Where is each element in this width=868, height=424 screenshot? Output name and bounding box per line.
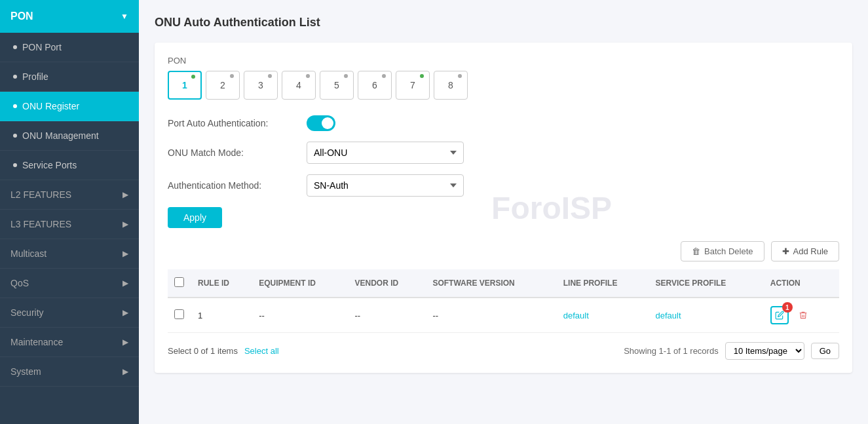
onu-match-mode-label: ONU Match Mode: xyxy=(168,147,299,158)
edit-button[interactable]: 1 xyxy=(770,306,789,324)
add-rule-label: Add Rule xyxy=(793,246,828,256)
status-dot-green xyxy=(191,75,195,79)
apply-button[interactable]: Apply xyxy=(168,207,222,228)
add-rule-button[interactable]: ✚ Add Rule xyxy=(771,241,839,261)
sidebar-item-profile[interactable]: Profile xyxy=(0,62,139,92)
status-dot-gray xyxy=(268,74,272,78)
chevron-right-icon: ▶ xyxy=(123,190,128,199)
sidebar-section-multicast[interactable]: Multicast ▶ xyxy=(0,239,139,269)
pon-tab-1[interactable]: 1 xyxy=(168,71,202,100)
pon-tabs: 1 2 3 4 5 6 7 xyxy=(168,71,839,100)
sidebar-header[interactable]: PON ▼ xyxy=(0,0,139,33)
chevron-right-icon: ▶ xyxy=(123,249,128,258)
delete-button[interactable] xyxy=(794,306,812,324)
sidebar-item-pon-port[interactable]: PON Port xyxy=(0,33,139,62)
pon-tab-num: 2 xyxy=(220,80,225,90)
sidebar-section-label: L2 FEATURES xyxy=(10,189,71,200)
dot-icon xyxy=(13,75,17,79)
col-service-profile: SERVICE PROFILE xyxy=(649,269,764,298)
sidebar-section-security[interactable]: Security ▶ xyxy=(0,298,139,328)
row-checkbox-cell xyxy=(168,298,191,333)
toggle-slider xyxy=(307,115,335,131)
col-software-version: SOFTWARE VERSION xyxy=(426,269,556,298)
status-dot-gray xyxy=(344,74,348,78)
pon-label: PON xyxy=(168,56,839,66)
pon-tab-num: 4 xyxy=(296,80,301,90)
chevron-down-icon: ▼ xyxy=(121,12,128,21)
col-rule-id: RULE ID xyxy=(191,269,252,298)
pon-tab-7[interactable]: 7 xyxy=(396,71,430,100)
sidebar-header-label: PON xyxy=(10,10,33,22)
chevron-right-icon: ▶ xyxy=(123,220,128,229)
auth-method-label: Authentication Method: xyxy=(168,180,299,191)
trash-icon xyxy=(799,311,808,320)
select-all-link[interactable]: Select all xyxy=(244,346,279,356)
sidebar-section-system[interactable]: System ▶ xyxy=(0,357,139,387)
port-auto-auth-row: Port Auto Authentication: xyxy=(168,115,839,131)
onu-match-mode-select[interactable]: All-ONU Manual xyxy=(307,142,464,164)
col-equipment-id: EQUIPMENT ID xyxy=(252,269,348,298)
pon-tab-3[interactable]: 3 xyxy=(244,71,278,100)
pon-tab-num: 5 xyxy=(334,80,339,90)
pon-tab-5[interactable]: 5 xyxy=(320,71,354,100)
sidebar-section-qos[interactable]: QoS ▶ xyxy=(0,269,139,298)
sidebar-item-label: ONU Register xyxy=(22,101,79,111)
sidebar-section-l2[interactable]: L2 FEATURES ▶ xyxy=(0,180,139,210)
col-line-profile: LINE PROFILE xyxy=(557,269,649,298)
sidebar-section-maintenance[interactable]: Maintenance ▶ xyxy=(0,328,139,357)
cell-service-profile: default xyxy=(649,298,764,333)
table-actions: 🗑 Batch Delete ✚ Add Rule xyxy=(168,241,839,261)
port-auto-auth-label: Port Auto Authentication: xyxy=(168,118,299,128)
items-per-page-select[interactable]: 10 Items/page 20 Items/page 50 Items/pag… xyxy=(725,342,804,360)
sidebar-section-l3[interactable]: L3 FEATURES ▶ xyxy=(0,210,139,239)
sidebar-section-label: QoS xyxy=(10,278,29,288)
go-button[interactable]: Go xyxy=(811,343,839,359)
onu-match-mode-row: ONU Match Mode: All-ONU Manual xyxy=(168,142,839,164)
sidebar-section-label: Maintenance xyxy=(10,337,63,347)
table-row: 1 -- -- -- default default xyxy=(168,298,839,333)
table-header: RULE ID EQUIPMENT ID VENDOR ID SOFTWARE … xyxy=(168,269,839,298)
records-info: Showing 1-1 of 1 records xyxy=(624,346,719,356)
cell-vendor-id: -- xyxy=(349,298,426,333)
sidebar-section-label: System xyxy=(10,366,41,377)
pon-tab-6[interactable]: 6 xyxy=(358,71,392,100)
select-all-checkbox[interactable] xyxy=(174,277,184,287)
rules-table: RULE ID EQUIPMENT ID VENDOR ID SOFTWARE … xyxy=(168,269,839,333)
auth-method-row: Authentication Method: SN-Auth Password-… xyxy=(168,174,839,197)
port-auto-auth-toggle[interactable] xyxy=(307,115,335,131)
table-body: 1 -- -- -- default default xyxy=(168,298,839,333)
sidebar-item-service-ports[interactable]: Service Ports xyxy=(0,151,139,180)
batch-delete-label: Batch Delete xyxy=(704,246,753,256)
sidebar: PON ▼ PON Port Profile ONU Register ONU … xyxy=(0,0,139,424)
sidebar-section-label: Security xyxy=(10,307,44,318)
status-dot-gray xyxy=(382,74,386,78)
main-card: PON 1 2 3 4 5 6 xyxy=(155,43,852,373)
pon-tab-4[interactable]: 4 xyxy=(282,71,316,100)
cell-line-profile: default xyxy=(557,298,649,333)
sidebar-item-onu-management[interactable]: ONU Management xyxy=(0,121,139,151)
plus-icon: ✚ xyxy=(782,246,789,256)
sidebar-item-onu-register[interactable]: ONU Register xyxy=(0,92,139,121)
row-checkbox[interactable] xyxy=(174,309,184,319)
pon-tab-num: 6 xyxy=(372,80,377,90)
pon-tab-2[interactable]: 2 xyxy=(206,71,240,100)
status-dot-gray xyxy=(230,74,234,78)
status-dot-green xyxy=(420,74,424,78)
pon-tab-num: 3 xyxy=(258,80,263,90)
action-icons: 1 xyxy=(770,306,833,324)
chevron-right-icon: ▶ xyxy=(123,337,128,347)
edit-icon xyxy=(775,311,784,320)
sidebar-item-label: Service Ports xyxy=(22,160,77,170)
auth-method-select[interactable]: SN-Auth Password-Auth SN+Password xyxy=(307,174,464,197)
pon-tab-8[interactable]: 8 xyxy=(434,71,468,100)
chevron-right-icon: ▶ xyxy=(123,367,128,376)
col-action: ACTION xyxy=(764,269,839,298)
batch-delete-button[interactable]: 🗑 Batch Delete xyxy=(681,241,764,261)
dot-icon xyxy=(13,163,17,167)
sidebar-item-label: PON Port xyxy=(22,42,62,52)
chevron-right-icon: ▶ xyxy=(123,279,128,288)
cell-rule-id: 1 xyxy=(191,298,252,333)
dot-icon xyxy=(13,45,17,49)
dot-icon xyxy=(13,104,17,108)
select-count: Select 0 of 1 items xyxy=(168,346,238,356)
